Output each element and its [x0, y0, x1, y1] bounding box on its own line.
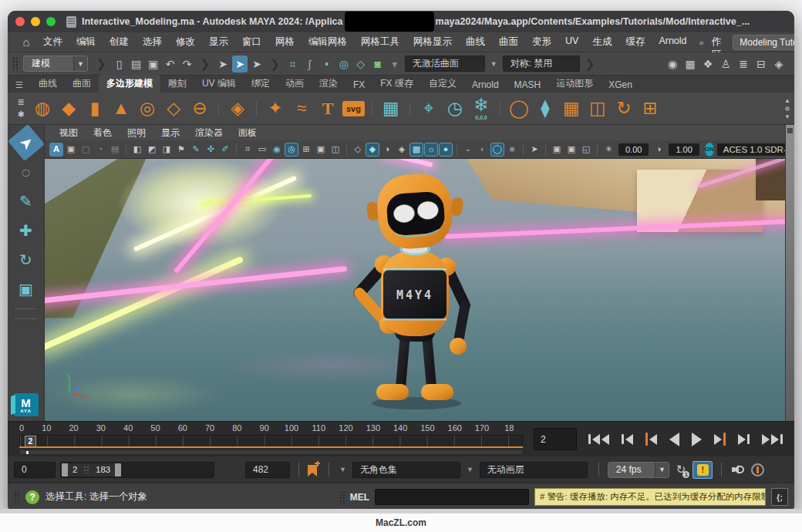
home-icon[interactable]: ⌂ [19, 34, 34, 51]
camera-attributes-icon[interactable]: ◧ [130, 143, 144, 157]
menubar-item-网格[interactable]: 网格 [269, 33, 301, 51]
lights-icon[interactable]: ☼ [424, 143, 438, 157]
snap-options-caret-icon[interactable]: ▾ [387, 56, 403, 72]
display-layers-icon[interactable]: ◈ [771, 56, 787, 72]
exposure-field[interactable]: 0.00 [618, 143, 649, 156]
menubar-item-变形[interactable]: 变形 [526, 33, 558, 51]
shelf-tab-运动图形[interactable]: 运动图形 [548, 75, 601, 93]
isolate-select-icon[interactable]: ➤ [527, 143, 541, 157]
snap-point-icon[interactable]: • [319, 56, 335, 72]
minimize-button[interactable] [31, 17, 40, 26]
play-forwards-button[interactable] [688, 429, 706, 450]
node-editor-icon[interactable]: ≣ [736, 56, 751, 72]
symmetry-field[interactable]: 对称: 禁用 [503, 56, 580, 72]
paint-select-tool-icon[interactable]: ✎ [13, 188, 39, 214]
edit-camera-icon[interactable]: ✎ [189, 143, 203, 157]
character-set-field[interactable]: 无角色集 [352, 462, 460, 478]
shelf-tab-自定义[interactable]: 自定义 [421, 75, 464, 93]
range-start-handle[interactable] [62, 463, 68, 476]
chevron-down-icon[interactable]: ▼ [487, 60, 500, 68]
menubar-item-缓存[interactable]: 缓存 [619, 33, 651, 51]
panel-menu-item-着色[interactable]: 着色 [86, 125, 119, 141]
gamma-field[interactable]: 1.00 [669, 143, 699, 156]
undo-icon[interactable]: ↶ [163, 56, 178, 72]
menubar-item-曲面[interactable]: 曲面 [493, 33, 524, 51]
fps-select[interactable]: 24 fps ▼ [608, 462, 669, 478]
go-to-start-button[interactable] [585, 429, 613, 450]
textured-icon[interactable]: ◑ [380, 143, 394, 157]
contrast-icon[interactable]: ◑ [652, 143, 666, 157]
current-frame-marker[interactable]: 2 [25, 436, 36, 447]
animation-end-field[interactable]: 482 [245, 462, 290, 478]
group-divider[interactable]: ❯ [197, 57, 214, 71]
statusbar-grip[interactable] [14, 490, 19, 504]
freeze-transform-icon[interactable]: ❄0,0,0 [470, 96, 493, 121]
camera-settings-icon[interactable]: ◨ [160, 143, 174, 157]
retopologize-icon[interactable]: ◯ [507, 96, 531, 121]
panel-menu-item-渲染器[interactable]: 渲染器 [188, 125, 230, 141]
multi-cut-icon[interactable]: ⊞ [639, 96, 662, 121]
shelf-tab-动画[interactable]: 动画 [278, 75, 312, 93]
render-view-icon[interactable]: ◉ [665, 56, 680, 72]
maya-logo[interactable]: MAYA [14, 393, 39, 416]
snap-grid-icon[interactable]: ⌗ [285, 56, 301, 72]
menubar-item-选择[interactable]: 选择 [136, 33, 168, 51]
menubar-item-编辑[interactable]: 编辑 [70, 33, 102, 51]
shelf-tab-mash[interactable]: MASH [507, 77, 549, 93]
type-tool-icon[interactable]: T [316, 96, 339, 121]
warning-message[interactable]: # 警告: 缓存播放: 内存不足。已达到为缓存分配的内存限制，因此缓 [534, 488, 766, 506]
frame-selected-icon[interactable]: ▢ [79, 143, 93, 157]
script-editor-icon[interactable]: {; [771, 488, 788, 506]
platonic-solid-icon[interactable]: ◈ [226, 96, 249, 121]
svg-tool-icon[interactable]: svg [342, 101, 365, 116]
add-bookmark-icon[interactable] [308, 463, 320, 476]
scroll-down-icon[interactable]: ▼ [784, 113, 790, 120]
poly-cone-icon[interactable]: ▲ [110, 96, 133, 121]
menubar-item-编辑网格[interactable]: 编辑网格 [302, 33, 353, 51]
ao-icon[interactable]: ◒ [461, 143, 475, 157]
combine-icon[interactable]: ▦ [560, 96, 583, 121]
step-forward-frame-button[interactable] [734, 429, 753, 450]
image-plane-icon[interactable]: ▣ [314, 143, 328, 157]
lasso-select-tool-icon[interactable]: ◌ [13, 159, 39, 185]
film-gate-icon[interactable]: ▭ [255, 143, 269, 157]
snap-view-plane-icon[interactable]: ◇ [353, 56, 369, 72]
shelf-tab-fx-缓存[interactable]: FX 缓存 [372, 75, 421, 93]
zoom-button[interactable] [46, 17, 56, 26]
menubar-item-窗口[interactable]: 窗口 [236, 33, 268, 51]
smooth-icon[interactable]: ↻ [612, 96, 635, 121]
save-scene-icon[interactable]: ▣ [146, 56, 161, 72]
chevron-down-icon[interactable]: ▼ [338, 466, 348, 473]
field-chart-icon[interactable]: ◫ [329, 143, 342, 157]
audio-icon[interactable] [732, 464, 745, 476]
pen-icon[interactable]: ✐ [218, 143, 232, 157]
current-frame-field[interactable]: 2 [534, 428, 577, 450]
poly-plane-icon[interactable]: ◇ [162, 96, 185, 121]
safe-action-icon[interactable]: ⊞ [299, 143, 313, 157]
new-scene-icon[interactable]: ▯ [112, 56, 127, 72]
select-highlight-icon[interactable]: A [49, 143, 63, 157]
panel-menu-item-显示[interactable]: 显示 [154, 125, 187, 141]
chevron-down-icon[interactable]: ▼ [465, 466, 475, 473]
view-bookmark-icon[interactable]: ⚑ [174, 143, 188, 157]
tear-off-panel-icon[interactable]: ◱ [579, 143, 593, 157]
exposure-icon[interactable]: ✳ [602, 143, 615, 157]
paste-view-icon[interactable]: ▣ [564, 143, 578, 157]
play-backwards-button[interactable] [666, 429, 683, 450]
panel-menu-item-照明[interactable]: 照明 [120, 125, 153, 141]
chevron-down-icon[interactable]: ▼ [655, 463, 669, 477]
poly-sphere-icon[interactable]: ◍ [31, 96, 54, 121]
wireframe-icon[interactable]: ◇ [351, 143, 365, 157]
hypershade-icon[interactable]: ❖ [700, 56, 716, 72]
shelf-tab-绑定[interactable]: 绑定 [244, 75, 278, 93]
shelf-tab-uv-编辑[interactable]: UV 编辑 [194, 75, 244, 93]
cached-playback-toggle[interactable]: ! [692, 461, 713, 479]
shelf-tab-fx[interactable]: FX [345, 77, 372, 93]
mel-command-input[interactable] [375, 489, 529, 505]
frame-all-icon[interactable]: ▣ [64, 143, 78, 157]
redo-icon[interactable]: ↷ [180, 56, 195, 72]
menubar-item-创建[interactable]: 创建 [103, 33, 135, 51]
zoom-region-icon[interactable]: ✜ [204, 143, 217, 157]
panel-menu-item-面板[interactable]: 面板 [231, 125, 264, 141]
menubar-item-曲线[interactable]: 曲线 [460, 33, 491, 51]
